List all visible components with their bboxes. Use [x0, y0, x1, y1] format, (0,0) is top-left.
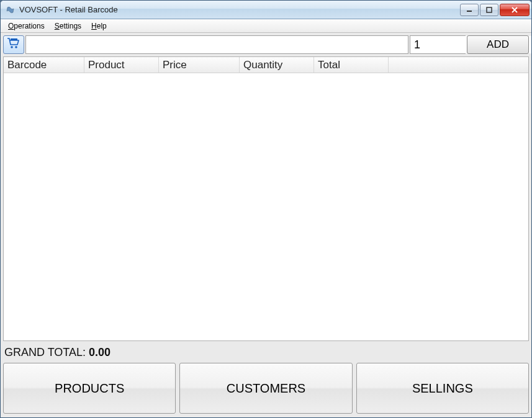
menu-operations[interactable]: Operations [3, 20, 50, 32]
grand-total-label: GRAND TOTAL: [4, 346, 89, 358]
menu-settings[interactable]: Settings [50, 20, 86, 32]
grand-total-value: 0.00 [89, 346, 110, 358]
cart-button[interactable] [3, 35, 24, 54]
cart-icon [7, 37, 20, 52]
app-window: VOVSOFT - Retail Barcode Operations Sett… [0, 0, 532, 418]
column-header-empty [389, 57, 528, 73]
menu-help[interactable]: Help [86, 20, 112, 32]
maximize-button[interactable] [480, 4, 498, 16]
column-header-quantity[interactable]: Quantity [240, 57, 314, 73]
products-button[interactable]: PRODUCTS [3, 363, 176, 414]
menubar: Operations Settings Help [1, 19, 531, 33]
sellings-button[interactable]: SELLINGS [356, 363, 529, 414]
column-header-price[interactable]: Price [159, 57, 240, 73]
svg-rect-1 [487, 7, 492, 12]
svg-point-4 [15, 46, 17, 48]
client-area: ▲ ▼ ADD Barcode Product Price Quantity T… [1, 33, 531, 417]
window-controls [459, 4, 530, 16]
barcode-input[interactable] [25, 35, 408, 54]
minimize-button[interactable] [460, 4, 479, 16]
column-header-product[interactable]: Product [84, 57, 159, 73]
table-header-row: Barcode Product Price Quantity Total [4, 57, 528, 73]
titlebar[interactable]: VOVSOFT - Retail Barcode [1, 1, 531, 19]
quantity-stepper: ▲ ▼ [410, 35, 466, 54]
close-button[interactable] [500, 4, 530, 16]
bottom-buttons: PRODUCTS CUSTOMERS SELLINGS [3, 363, 529, 414]
customers-button[interactable]: CUSTOMERS [179, 363, 352, 414]
app-icon [6, 5, 16, 15]
items-table: Barcode Product Price Quantity Total [3, 56, 529, 341]
column-header-total[interactable]: Total [314, 57, 389, 73]
grand-total: GRAND TOTAL: 0.00 [3, 344, 529, 360]
svg-rect-0 [467, 11, 472, 12]
svg-rect-2 [11, 38, 17, 40]
input-row: ▲ ▼ ADD [3, 35, 529, 54]
window-title: VOVSOFT - Retail Barcode [19, 5, 459, 14]
column-header-barcode[interactable]: Barcode [4, 57, 84, 73]
svg-point-3 [11, 46, 13, 48]
add-button[interactable]: ADD [467, 35, 529, 54]
